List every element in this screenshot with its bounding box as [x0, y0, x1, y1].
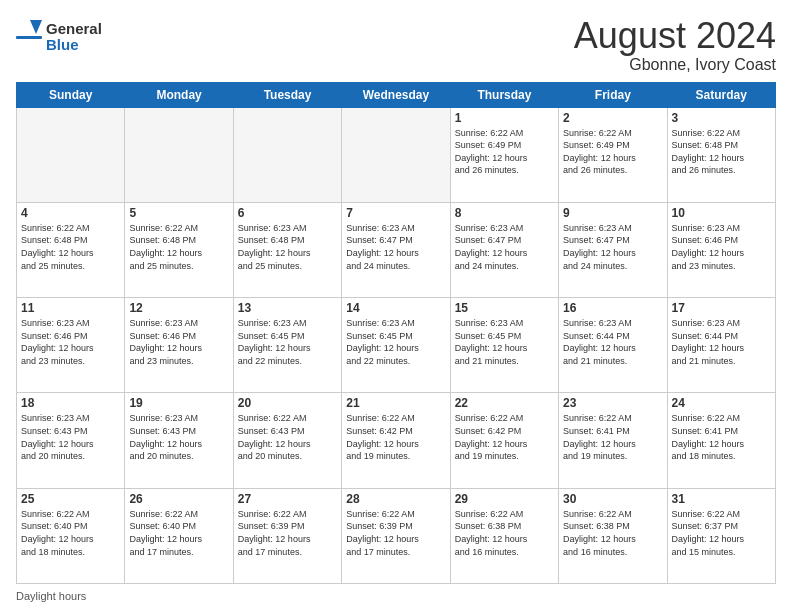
week-row-3: 11Sunrise: 6:23 AM Sunset: 6:46 PM Dayli…	[17, 298, 776, 393]
day-number: 17	[672, 301, 771, 315]
calendar-cell: 12Sunrise: 6:23 AM Sunset: 6:46 PM Dayli…	[125, 298, 233, 393]
day-info: Sunrise: 6:23 AM Sunset: 6:44 PM Dayligh…	[672, 317, 771, 367]
day-info: Sunrise: 6:22 AM Sunset: 6:49 PM Dayligh…	[455, 127, 554, 177]
day-info: Sunrise: 6:22 AM Sunset: 6:48 PM Dayligh…	[21, 222, 120, 272]
day-info: Sunrise: 6:23 AM Sunset: 6:45 PM Dayligh…	[238, 317, 337, 367]
day-number: 20	[238, 396, 337, 410]
calendar-cell: 21Sunrise: 6:22 AM Sunset: 6:42 PM Dayli…	[342, 393, 450, 488]
day-info: Sunrise: 6:22 AM Sunset: 6:42 PM Dayligh…	[455, 412, 554, 462]
logo-svg: General Blue	[16, 16, 106, 60]
calendar-table: SundayMondayTuesdayWednesdayThursdayFrid…	[16, 82, 776, 584]
day-number: 9	[563, 206, 662, 220]
calendar-cell: 2Sunrise: 6:22 AM Sunset: 6:49 PM Daylig…	[559, 107, 667, 202]
day-header-monday: Monday	[125, 82, 233, 107]
day-info: Sunrise: 6:23 AM Sunset: 6:47 PM Dayligh…	[455, 222, 554, 272]
footer-note: Daylight hours	[16, 590, 776, 602]
day-info: Sunrise: 6:22 AM Sunset: 6:37 PM Dayligh…	[672, 508, 771, 558]
page: General Blue August 2024 Gbonne, Ivory C…	[0, 0, 792, 612]
day-number: 29	[455, 492, 554, 506]
day-number: 4	[21, 206, 120, 220]
calendar-cell: 26Sunrise: 6:22 AM Sunset: 6:40 PM Dayli…	[125, 488, 233, 583]
calendar-cell: 9Sunrise: 6:23 AM Sunset: 6:47 PM Daylig…	[559, 202, 667, 297]
day-info: Sunrise: 6:23 AM Sunset: 6:46 PM Dayligh…	[21, 317, 120, 367]
calendar-cell	[233, 107, 341, 202]
day-number: 10	[672, 206, 771, 220]
day-header-wednesday: Wednesday	[342, 82, 450, 107]
day-info: Sunrise: 6:23 AM Sunset: 6:44 PM Dayligh…	[563, 317, 662, 367]
calendar-cell	[125, 107, 233, 202]
day-info: Sunrise: 6:22 AM Sunset: 6:41 PM Dayligh…	[672, 412, 771, 462]
day-info: Sunrise: 6:23 AM Sunset: 6:48 PM Dayligh…	[238, 222, 337, 272]
day-number: 3	[672, 111, 771, 125]
calendar-cell: 1Sunrise: 6:22 AM Sunset: 6:49 PM Daylig…	[450, 107, 558, 202]
day-info: Sunrise: 6:22 AM Sunset: 6:38 PM Dayligh…	[455, 508, 554, 558]
day-header-row: SundayMondayTuesdayWednesdayThursdayFrid…	[17, 82, 776, 107]
daylight-label: Daylight hours	[16, 590, 86, 602]
calendar-cell: 25Sunrise: 6:22 AM Sunset: 6:40 PM Dayli…	[17, 488, 125, 583]
calendar-cell: 28Sunrise: 6:22 AM Sunset: 6:39 PM Dayli…	[342, 488, 450, 583]
calendar-cell: 14Sunrise: 6:23 AM Sunset: 6:45 PM Dayli…	[342, 298, 450, 393]
calendar-cell: 7Sunrise: 6:23 AM Sunset: 6:47 PM Daylig…	[342, 202, 450, 297]
day-number: 26	[129, 492, 228, 506]
svg-marker-2	[30, 20, 42, 34]
calendar-cell: 5Sunrise: 6:22 AM Sunset: 6:48 PM Daylig…	[125, 202, 233, 297]
calendar-cell	[17, 107, 125, 202]
day-number: 12	[129, 301, 228, 315]
calendar-cell: 29Sunrise: 6:22 AM Sunset: 6:38 PM Dayli…	[450, 488, 558, 583]
calendar-cell: 31Sunrise: 6:22 AM Sunset: 6:37 PM Dayli…	[667, 488, 775, 583]
calendar-cell: 15Sunrise: 6:23 AM Sunset: 6:45 PM Dayli…	[450, 298, 558, 393]
day-number: 23	[563, 396, 662, 410]
svg-text:Blue: Blue	[46, 36, 79, 53]
week-row-1: 1Sunrise: 6:22 AM Sunset: 6:49 PM Daylig…	[17, 107, 776, 202]
calendar-cell: 23Sunrise: 6:22 AM Sunset: 6:41 PM Dayli…	[559, 393, 667, 488]
day-info: Sunrise: 6:23 AM Sunset: 6:47 PM Dayligh…	[346, 222, 445, 272]
day-header-thursday: Thursday	[450, 82, 558, 107]
day-number: 27	[238, 492, 337, 506]
month-title: August 2024	[574, 16, 776, 56]
header: General Blue August 2024 Gbonne, Ivory C…	[16, 16, 776, 74]
day-info: Sunrise: 6:23 AM Sunset: 6:45 PM Dayligh…	[346, 317, 445, 367]
day-number: 6	[238, 206, 337, 220]
day-number: 7	[346, 206, 445, 220]
day-number: 31	[672, 492, 771, 506]
calendar-cell: 11Sunrise: 6:23 AM Sunset: 6:46 PM Dayli…	[17, 298, 125, 393]
calendar-cell: 8Sunrise: 6:23 AM Sunset: 6:47 PM Daylig…	[450, 202, 558, 297]
day-info: Sunrise: 6:22 AM Sunset: 6:49 PM Dayligh…	[563, 127, 662, 177]
calendar-cell: 30Sunrise: 6:22 AM Sunset: 6:38 PM Dayli…	[559, 488, 667, 583]
calendar-cell: 4Sunrise: 6:22 AM Sunset: 6:48 PM Daylig…	[17, 202, 125, 297]
day-info: Sunrise: 6:22 AM Sunset: 6:39 PM Dayligh…	[238, 508, 337, 558]
day-number: 18	[21, 396, 120, 410]
calendar-cell: 17Sunrise: 6:23 AM Sunset: 6:44 PM Dayli…	[667, 298, 775, 393]
calendar-cell: 24Sunrise: 6:22 AM Sunset: 6:41 PM Dayli…	[667, 393, 775, 488]
day-number: 8	[455, 206, 554, 220]
day-number: 13	[238, 301, 337, 315]
day-info: Sunrise: 6:22 AM Sunset: 6:39 PM Dayligh…	[346, 508, 445, 558]
calendar-cell: 20Sunrise: 6:22 AM Sunset: 6:43 PM Dayli…	[233, 393, 341, 488]
day-number: 21	[346, 396, 445, 410]
title-block: August 2024 Gbonne, Ivory Coast	[574, 16, 776, 74]
day-info: Sunrise: 6:22 AM Sunset: 6:43 PM Dayligh…	[238, 412, 337, 462]
day-info: Sunrise: 6:23 AM Sunset: 6:47 PM Dayligh…	[563, 222, 662, 272]
day-info: Sunrise: 6:23 AM Sunset: 6:43 PM Dayligh…	[21, 412, 120, 462]
calendar-cell: 16Sunrise: 6:23 AM Sunset: 6:44 PM Dayli…	[559, 298, 667, 393]
day-header-sunday: Sunday	[17, 82, 125, 107]
day-info: Sunrise: 6:22 AM Sunset: 6:38 PM Dayligh…	[563, 508, 662, 558]
day-number: 28	[346, 492, 445, 506]
day-info: Sunrise: 6:22 AM Sunset: 6:42 PM Dayligh…	[346, 412, 445, 462]
day-info: Sunrise: 6:23 AM Sunset: 6:46 PM Dayligh…	[129, 317, 228, 367]
calendar-cell: 27Sunrise: 6:22 AM Sunset: 6:39 PM Dayli…	[233, 488, 341, 583]
calendar-cell: 6Sunrise: 6:23 AM Sunset: 6:48 PM Daylig…	[233, 202, 341, 297]
day-number: 16	[563, 301, 662, 315]
calendar-cell: 22Sunrise: 6:22 AM Sunset: 6:42 PM Dayli…	[450, 393, 558, 488]
day-number: 14	[346, 301, 445, 315]
svg-text:General: General	[46, 20, 102, 37]
calendar-cell	[342, 107, 450, 202]
day-info: Sunrise: 6:23 AM Sunset: 6:43 PM Dayligh…	[129, 412, 228, 462]
day-info: Sunrise: 6:22 AM Sunset: 6:48 PM Dayligh…	[129, 222, 228, 272]
day-number: 25	[21, 492, 120, 506]
day-info: Sunrise: 6:23 AM Sunset: 6:46 PM Dayligh…	[672, 222, 771, 272]
day-header-tuesday: Tuesday	[233, 82, 341, 107]
day-info: Sunrise: 6:23 AM Sunset: 6:45 PM Dayligh…	[455, 317, 554, 367]
day-info: Sunrise: 6:22 AM Sunset: 6:40 PM Dayligh…	[129, 508, 228, 558]
day-number: 30	[563, 492, 662, 506]
